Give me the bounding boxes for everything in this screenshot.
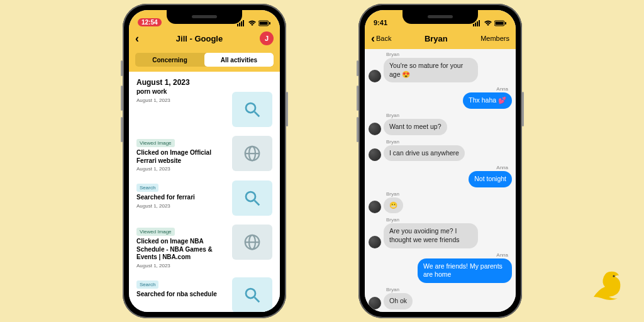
date-header: August 1, 2023 (129, 72, 280, 89)
message-bubble[interactable]: Want to meet up? (384, 119, 447, 135)
message-outgoing: Anna Not tonight (369, 165, 512, 187)
message-bubble[interactable]: Thx haha 💕 (463, 92, 512, 109)
header: ‹ Jill - Google J (129, 28, 280, 49)
activity-tag: Viewed Image (136, 228, 175, 236)
activity-date: August 1, 2023 (136, 97, 227, 103)
activity-title: Clicked on Image Official Ferrari websit… (136, 149, 227, 165)
svg-rect-6 (269, 22, 270, 25)
svg-rect-2 (241, 21, 242, 26)
members-button[interactable]: Members (480, 35, 509, 42)
bird-logo-icon (586, 264, 626, 304)
avatar[interactable] (369, 297, 381, 309)
svg-rect-1 (239, 23, 240, 26)
svg-rect-19 (473, 24, 474, 26)
activity-tag: Search (136, 280, 158, 289)
sender-label: Anna (369, 86, 512, 92)
activity-date: August 1, 2023 (136, 203, 227, 209)
sender-label: Bryan (369, 217, 512, 223)
wifi-icon (248, 20, 257, 26)
tab-concerning[interactable]: Concerning (135, 53, 204, 67)
screen: 9:41 ‹ Back Bryan Members Bryan You're s… (365, 10, 516, 312)
profile-avatar[interactable]: J (260, 31, 274, 45)
svg-line-8 (255, 112, 260, 117)
side-button (121, 117, 123, 142)
screen: 12:54 ‹ Jill - Google J Concerning All a… (129, 10, 280, 312)
activity-title: Searched for ferrari (136, 194, 227, 202)
side-button (357, 117, 358, 142)
activity-title: porn work (136, 88, 227, 96)
message-bubble[interactable]: We are friends! My parents are home (418, 258, 512, 283)
svg-line-13 (255, 201, 260, 206)
sender-label: Bryan (369, 113, 512, 119)
battery-icon (494, 20, 507, 26)
side-button (121, 60, 123, 76)
wifi-icon (484, 20, 492, 26)
battery-icon (258, 20, 271, 26)
avatar[interactable] (369, 70, 381, 82)
message-incoming: Bryan Are you avoiding me? I thought we … (369, 217, 512, 248)
sender-label: Anna (369, 165, 512, 171)
svg-rect-3 (243, 20, 244, 26)
side-button (357, 86, 358, 111)
activity-tag: Search (136, 184, 158, 192)
svg-rect-20 (475, 23, 476, 26)
sender-label: Bryan (369, 287, 512, 293)
message-outgoing: Anna We are friends! My parents are home (369, 252, 512, 283)
search-icon (232, 180, 272, 216)
message-incoming: Bryan I can drive us anywhere (369, 139, 512, 162)
svg-rect-5 (260, 22, 268, 25)
svg-rect-21 (477, 21, 478, 26)
svg-rect-25 (505, 22, 506, 25)
message-incoming: Bryan 😬 (369, 191, 512, 214)
sender-label: Bryan (369, 52, 512, 58)
activity-row[interactable]: Viewed Image Clicked on Image NBA Schedu… (129, 222, 280, 275)
side-button (357, 60, 358, 76)
activity-tag: Viewed Image (136, 139, 175, 147)
avatar[interactable] (369, 148, 381, 161)
tab-all-activities[interactable]: All activities (204, 53, 274, 67)
sender-label: Bryan (369, 139, 512, 145)
activity-row[interactable]: Search Searched for ferrari August 1, 20… (129, 178, 280, 222)
message-bubble[interactable]: You're so mature for your age 😍 (384, 58, 478, 82)
chevron-left-icon: ‹ (371, 32, 375, 45)
message-bubble[interactable]: Are you avoiding me? I thought we were f… (384, 223, 478, 248)
activity-date: August 1, 2023 (136, 263, 227, 269)
message-bubble[interactable]: Oh ok (384, 293, 413, 309)
page-title: Jill - Google (139, 34, 260, 43)
avatar[interactable] (369, 201, 381, 213)
search-icon (232, 92, 272, 127)
status-time: 12:54 (138, 18, 162, 26)
svg-rect-0 (237, 24, 238, 26)
search-icon (232, 277, 272, 313)
side-button (522, 92, 524, 126)
svg-line-18 (255, 297, 260, 302)
sender-label: Anna (369, 252, 512, 258)
globe-icon (232, 136, 272, 171)
avatar[interactable] (369, 123, 381, 135)
activity-title: Searched for nba schedule (136, 291, 227, 299)
message-bubble[interactable]: Not tonight (469, 171, 512, 187)
chat-thread[interactable]: Bryan You're so mature for your age 😍 An… (365, 49, 516, 312)
back-button[interactable]: ‹ Back (371, 32, 391, 45)
svg-point-17 (246, 289, 255, 298)
svg-point-7 (246, 103, 255, 113)
svg-point-12 (246, 192, 255, 201)
activity-row[interactable]: Viewed Image Clicked on Image Official F… (129, 133, 280, 178)
globe-icon (232, 225, 272, 260)
message-bubble[interactable]: 😬 (384, 197, 403, 214)
svg-rect-22 (479, 20, 480, 26)
tab-bar: Concerning All activities (129, 49, 280, 72)
avatar[interactable] (369, 236, 381, 248)
side-button (286, 92, 288, 126)
activity-row[interactable]: porn work August 1, 2023 (129, 89, 280, 133)
status-time: 9:41 (374, 19, 387, 26)
activity-row[interactable]: Search Searched for nba schedule (129, 275, 280, 313)
activity-date: August 1, 2023 (136, 166, 227, 172)
phone-chat: 9:41 ‹ Back Bryan Members Bryan You're s… (358, 4, 522, 318)
activity-list[interactable]: August 1, 2023 porn work August 1, 2023 … (129, 72, 280, 312)
message-outgoing: Anna Thx haha 💕 (369, 86, 512, 109)
message-incoming: Bryan Want to meet up? (369, 113, 512, 135)
svg-rect-24 (496, 22, 504, 25)
message-bubble[interactable]: I can drive us anywhere (384, 145, 465, 162)
sender-label: Bryan (369, 191, 512, 197)
